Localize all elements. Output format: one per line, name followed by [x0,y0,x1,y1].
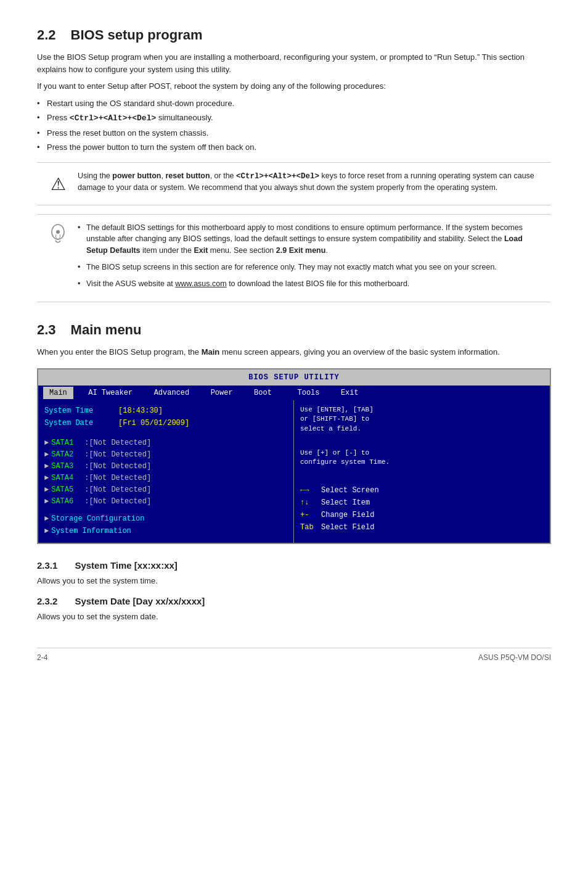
section-22-num: 2.2 [37,25,56,45]
bios-screen: BIOS SETUP UTILITY Main AI Tweaker Advan… [37,368,551,544]
bios-nav-desc-item: Select Item [321,497,370,508]
footer-page-num: 2-4 [37,652,47,663]
svg-point-1 [56,230,60,234]
section-231-desc: Allows you to set the system time. [37,575,551,587]
bios-menu-aitweaker[interactable]: AI Tweaker [73,387,139,399]
warning-icon: ⚠ [47,171,69,197]
section-22-intro2: If you want to enter Setup after POST, r… [37,80,551,93]
bios-sata5-row: ► SATA5 :[Not Detected] [44,484,287,495]
bios-body: System Time [18:43:30] System Date [Fri … [38,400,550,543]
section-231-num: 2.3.1 [37,559,57,573]
info-item: The default BIOS settings for this mothe… [78,222,541,257]
warning-box: ⚠ Using the power button, reset button, … [37,162,551,205]
bios-sata6-row: ► SATA6 :[Not Detected] [44,496,287,507]
bios-system-date-value: [Fri 05/01/2009] [118,418,189,429]
bios-menu-main[interactable]: Main [43,387,73,399]
section-232-header: 2.3.2 System Date [Day xx/xx/xxxx] [37,595,551,609]
info-icon [47,223,69,253]
bios-nav-key-tab: Tab [300,522,317,533]
bios-sata3-row: ► SATA3 :[Not Detected] [44,461,287,472]
bios-nav-key-change: +- [300,510,317,521]
bios-nav-desc-tab: Select Field [321,522,374,533]
bios-nav-key-screen: ←→ [300,485,317,496]
bios-nav-desc-screen: Select Screen [321,485,379,496]
bios-left-panel: System Time [18:43:30] System Date [Fri … [38,400,294,543]
bios-system-date-label: System Date [44,418,118,429]
warning-text: Using the power button, reset button, or… [78,170,541,194]
bios-menu-boot[interactable]: Boot [239,387,278,399]
section-22-intro1: Use the BIOS Setup program when you are … [37,51,551,75]
section-231-title: System Time [xx:xx:xx] [75,559,177,573]
list-item: Press the power button to turn the syste… [37,141,551,154]
section-231-header: 2.3.1 System Time [xx:xx:xx] [37,559,551,573]
bios-sata2-row: ► SATA2 :[Not Detected] [44,449,287,460]
bios-nav-section: ←→ Select Screen ↑↓ Select Item +- Chang… [300,485,544,533]
info-item: The BIOS setup screens in this section a… [78,262,541,273]
section-23-num: 2.3 [37,320,56,340]
section-23: 2.3 Main menu When you enter the BIOS Se… [37,320,551,623]
bios-storage-config-row: ► Storage Configuration [44,513,287,524]
list-item: Press <Ctrl>+<Alt>+<Del> simultaneously. [37,112,551,125]
section-22: 2.2 BIOS setup program Use the BIOS Setu… [37,25,551,302]
bios-nav-key-item: ↑↓ [300,497,317,508]
bios-system-time-value: [18:43:30] [118,405,163,416]
page-footer: 2-4 ASUS P5Q-VM DO/SI [37,648,551,663]
bios-system-info-row: ► System Information [44,526,287,537]
bios-system-time-row: System Time [18:43:30] [44,405,287,416]
bios-menu-advanced[interactable]: Advanced [139,387,195,399]
list-item: Press the reset button on the system cha… [37,127,551,139]
bios-help-text-2: Use [+] or [-] to configure system Time. [300,448,544,468]
info-item: Visit the ASUS website at www.asus.com t… [78,278,541,290]
footer-product-name: ASUS P5Q-VM DO/SI [478,652,551,663]
procedures-list: Restart using the OS standard shut-down … [37,97,551,154]
list-item: Restart using the OS standard shut-down … [37,97,551,110]
bios-system-time-label: System Time [44,405,118,416]
bios-sata4-row: ► SATA4 :[Not Detected] [44,472,287,484]
info-box: The default BIOS settings for this mothe… [37,214,551,303]
bios-nav-desc-change: Change Field [321,510,374,521]
bios-menu-tools[interactable]: Tools [278,387,326,399]
bios-right-panel: Use [ENTER], [TAB] or [SHIFT-TAB] to sel… [294,400,550,543]
section-232-num: 2.3.2 [37,595,57,609]
bios-menu-exit[interactable]: Exit [326,387,365,399]
section-23-intro: When you enter the BIOS Setup program, t… [37,346,551,358]
section-22-title: BIOS setup program [71,25,203,45]
bios-sata1-row: ► SATA1 :[Not Detected] [44,437,287,448]
bios-sub-items: ► Storage Configuration ► System Informa… [44,513,287,537]
bios-help-text-1: Use [ENTER], [TAB] or [SHIFT-TAB] to sel… [300,405,544,434]
section-23-title: Main menu [71,320,142,340]
bios-system-date-row: System Date [Fri 05/01/2009] [44,418,287,429]
bios-menu-bar: Main AI Tweaker Advanced Power Boot Tool… [38,386,550,400]
section-232-title: System Date [Day xx/xx/xxxx] [75,595,205,609]
bios-title-bar: BIOS SETUP UTILITY [38,369,550,386]
info-content: The default BIOS settings for this mothe… [78,222,541,295]
section-232-desc: Allows you to set the system date. [37,611,551,623]
bios-sata-list: ► SATA1 :[Not Detected] ► SATA2 :[Not De… [44,437,287,507]
bios-menu-power[interactable]: Power [195,387,239,399]
